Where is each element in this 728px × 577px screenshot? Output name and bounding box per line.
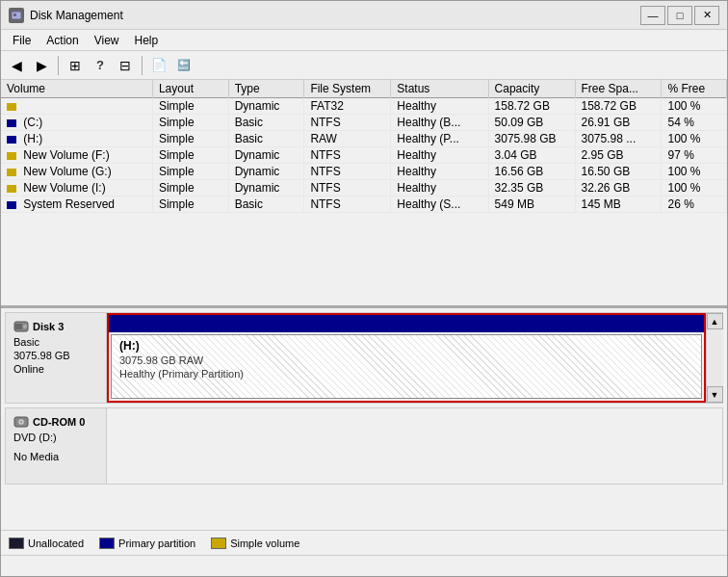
cell-type: Dynamic (228, 98, 304, 115)
cell-pct: 100 % (662, 164, 727, 180)
legend-unallocated-label: Unallocated (28, 538, 84, 549)
table-row[interactable]: Simple Dynamic FAT32 Healthy 158.72 GB 1… (1, 98, 727, 115)
disk3-partition[interactable]: (H:) 3075.98 GB RAW Healthy (Primary Par… (111, 334, 702, 399)
table-row[interactable]: System Reserved Simple Basic NTFS Health… (1, 197, 727, 213)
col-status[interactable]: Status (391, 80, 488, 98)
col-fs[interactable]: File System (304, 80, 391, 98)
cell-fs: NTFS (304, 115, 391, 131)
col-capacity[interactable]: Capacity (488, 80, 575, 98)
cell-pct: 100 % (662, 98, 727, 115)
cell-layout: Simple (152, 131, 228, 147)
maximize-button[interactable]: □ (667, 6, 692, 25)
cell-volume: (H:) (1, 131, 152, 147)
col-pct[interactable]: % Free (662, 80, 727, 98)
cdrom-status: No Media (13, 451, 98, 462)
cell-free: 32.26 GB (575, 180, 662, 197)
cell-type: Dynamic (228, 147, 304, 164)
cell-type: Basic (228, 115, 304, 131)
legend-simple-label: Simple volume (230, 538, 299, 549)
cell-free: 2.95 GB (575, 147, 662, 164)
svg-rect-4 (15, 324, 22, 329)
back-button[interactable]: ◀ (5, 54, 28, 77)
scroll-up-btn[interactable]: ▲ (707, 313, 723, 329)
cell-capacity: 50.09 GB (488, 115, 575, 131)
app-icon (9, 8, 24, 23)
menu-action[interactable]: Action (39, 32, 86, 49)
forward-button[interactable]: ▶ (30, 54, 53, 77)
cell-volume (1, 98, 152, 115)
scroll-track[interactable] (707, 329, 723, 386)
minimize-button[interactable]: — (640, 6, 665, 25)
cell-capacity: 3075.98 GB (488, 131, 575, 147)
bottom-panel: Disk 3 Basic 3075.98 GB Online (H:) 3075… (1, 308, 727, 530)
disk3-row: Disk 3 Basic 3075.98 GB Online (H:) 3075… (5, 312, 723, 404)
menu-file[interactable]: File (5, 32, 39, 49)
disk3-size: 3075.98 GB (13, 350, 98, 361)
table-row[interactable]: New Volume (I:) Simple Dynamic NTFS Heal… (1, 180, 727, 197)
cell-volume: System Reserved (1, 197, 152, 213)
doc-button[interactable]: 📄 (147, 54, 170, 77)
col-volume[interactable]: Volume (1, 80, 152, 98)
help-button[interactable]: ? (89, 54, 112, 77)
cell-type: Dynamic (228, 164, 304, 180)
cell-layout: Simple (152, 197, 228, 213)
cell-type: Basic (228, 197, 304, 213)
table-row[interactable]: New Volume (G:) Simple Dynamic NTFS Heal… (1, 164, 727, 180)
cell-pct: 97 % (662, 147, 727, 164)
cell-fs: NTFS (304, 180, 391, 197)
disk-rows: Disk 3 Basic 3075.98 GB Online (H:) 3075… (1, 308, 727, 530)
menu-view[interactable]: View (87, 32, 127, 49)
disk3-content: (H:) 3075.98 GB RAW Healthy (Primary Par… (107, 313, 706, 403)
cell-capacity: 16.56 GB (488, 164, 575, 180)
cell-type: Basic (228, 131, 304, 147)
svg-point-7 (20, 421, 22, 423)
menubar: File Action View Help (1, 30, 727, 51)
toolbar-separator-1 (58, 56, 59, 75)
partition-size-fs: 3075.98 GB RAW (119, 354, 693, 366)
table-row[interactable]: (C:) Simple Basic NTFS Healthy (B... 50.… (1, 115, 727, 131)
cell-type: Dynamic (228, 180, 304, 197)
cell-capacity: 158.72 GB (488, 98, 575, 115)
cell-free: 145 MB (575, 197, 662, 213)
cell-status: Healthy (391, 180, 488, 197)
cell-status: Healthy (B... (391, 115, 488, 131)
volume-table: Volume Layout Type File System Status Ca… (1, 80, 727, 213)
scroll-down-btn[interactable]: ▼ (707, 386, 723, 403)
title-bar: Disk Management — □ ✕ (1, 1, 727, 30)
cell-fs: NTFS (304, 197, 391, 213)
cell-free: 3075.98 ... (575, 131, 662, 147)
cdrom-content (107, 408, 706, 484)
close-button[interactable]: ✕ (694, 6, 719, 25)
cell-free: 16.50 GB (575, 164, 662, 180)
col-type[interactable]: Type (228, 80, 304, 98)
back2-button[interactable]: 🔙 (172, 54, 195, 77)
cell-volume: New Volume (F:) (1, 147, 152, 164)
window-title: Disk Management (30, 9, 640, 22)
svg-point-3 (23, 325, 27, 328)
table-row[interactable]: (H:) Simple Basic RAW Healthy (P... 3075… (1, 131, 727, 147)
cell-volume: (C:) (1, 115, 152, 131)
cell-pct: 54 % (662, 115, 727, 131)
cell-pct: 100 % (662, 180, 727, 197)
grid-button[interactable]: ⊞ (64, 54, 87, 77)
cdrom-scrollbar-placeholder (706, 408, 722, 484)
cell-volume: New Volume (I:) (1, 180, 152, 197)
cell-capacity: 32.35 GB (488, 180, 575, 197)
minus-button[interactable]: ⊟ (114, 54, 137, 77)
cell-fs: NTFS (304, 164, 391, 180)
legend-unallocated: Unallocated (9, 538, 84, 549)
cell-fs: RAW (304, 131, 391, 147)
disk3-icon (13, 319, 29, 334)
cdrom-icon (13, 414, 29, 430)
cell-layout: Simple (152, 115, 228, 131)
window-controls: — □ ✕ (640, 6, 719, 25)
table-row[interactable]: New Volume (F:) Simple Dynamic NTFS Heal… (1, 147, 727, 164)
col-layout[interactable]: Layout (152, 80, 228, 98)
cdrom-type: DVD (D:) (13, 432, 98, 443)
toolbar: ◀ ▶ ⊞ ? ⊟ 📄 🔙 (1, 51, 727, 80)
col-free[interactable]: Free Spa... (575, 80, 662, 98)
legend-bar: Unallocated Primary partition Simple vol… (1, 530, 727, 555)
cdrom-icon-label: CD-ROM 0 (13, 414, 98, 430)
menu-help[interactable]: Help (127, 32, 167, 49)
toolbar-separator-2 (142, 56, 143, 75)
